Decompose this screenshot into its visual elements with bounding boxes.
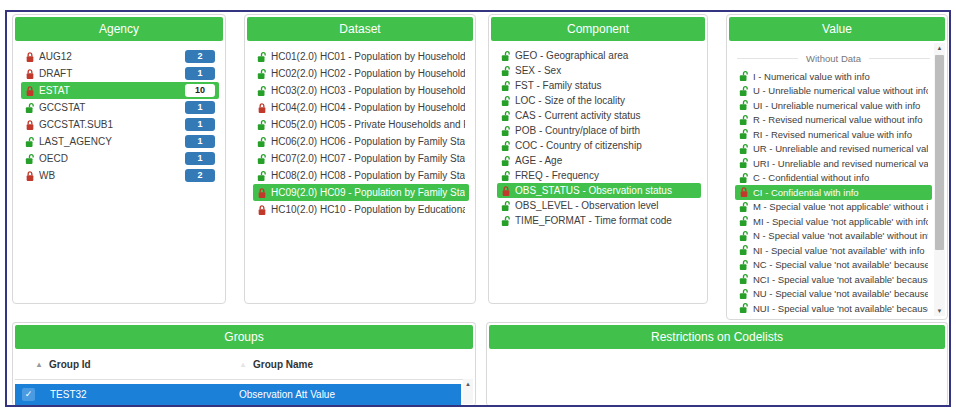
item-label: I - Numerical value with info xyxy=(753,71,928,82)
list-item[interactable]: NI - Special value 'not available' with … xyxy=(735,243,932,258)
list-item[interactable]: NCI - Special value 'not available' beca… xyxy=(735,272,932,287)
item-label: OECD xyxy=(39,153,185,164)
count-badge: 1 xyxy=(185,135,215,148)
item-label: SEX - Sex xyxy=(515,65,697,76)
list-item[interactable]: FREQ - Frequency xyxy=(497,168,701,183)
lock-icon xyxy=(501,95,511,107)
list-item[interactable]: AGE - Age xyxy=(497,153,701,168)
list-item[interactable]: GCCSTAT 1 xyxy=(21,99,219,116)
lock-icon xyxy=(257,85,267,97)
list-item[interactable]: TIME_FORMAT - Time format code xyxy=(497,213,701,228)
list-item[interactable]: AUG12 2 xyxy=(21,48,219,65)
list-item[interactable]: HC08(2.0) HC08 - Population by Family St… xyxy=(253,167,469,184)
lock-icon xyxy=(501,185,511,197)
item-label: HC04(2.0) HC04 - Population by Household… xyxy=(271,102,465,113)
item-label: M - Special value 'not applicable' witho… xyxy=(753,201,928,212)
lock-icon xyxy=(739,114,749,126)
list-item[interactable]: HC10(2.0) HC10 - Population by Education… xyxy=(253,201,469,218)
list-item[interactable]: R - Revised numerical value without info xyxy=(735,113,932,128)
list-item[interactable]: HC04(2.0) HC04 - Population by Household… xyxy=(253,99,469,116)
item-label: DRAFT xyxy=(39,68,185,79)
item-label: HC06(2.0) HC06 - Population by Family St… xyxy=(271,136,465,147)
lock-icon xyxy=(257,51,267,63)
scroll-up-icon[interactable]: ▲ xyxy=(934,43,945,53)
count-badge: 2 xyxy=(185,50,215,63)
list-item[interactable]: I - Numerical value with info xyxy=(735,69,932,84)
lock-icon xyxy=(257,102,267,114)
lock-icon xyxy=(739,201,749,213)
count-badge: 1 xyxy=(185,67,215,80)
lock-icon xyxy=(257,136,267,148)
value-scrollbar[interactable]: ▲ ▼ xyxy=(934,43,945,316)
lock-icon xyxy=(257,153,267,165)
list-item[interactable]: HC02(2.0) HC02 - Population by Household… xyxy=(253,65,469,82)
agency-panel: Agency AUG12 2 DRAFT 1 ESTAT 10 GCCSTAT … xyxy=(12,14,226,304)
list-item[interactable]: WB 2 xyxy=(21,167,219,184)
list-item[interactable]: N - Special value 'not available' withou… xyxy=(735,229,932,244)
list-item[interactable]: COC - Country of citizenship xyxy=(497,138,701,153)
column-header-group-id[interactable]: Group Id xyxy=(49,359,91,370)
lock-icon xyxy=(25,170,35,182)
lock-icon xyxy=(501,80,511,92)
list-item[interactable]: HC06(2.0) HC06 - Population by Family St… xyxy=(253,133,469,150)
scrollbar-thumb[interactable] xyxy=(935,55,944,250)
item-label: U - Unreliable numerical value without i… xyxy=(753,85,928,96)
lock-icon xyxy=(25,68,35,80)
list-item[interactable]: GEO - Geographical area xyxy=(497,48,701,63)
list-item[interactable]: MI - Special value 'not applicable' with… xyxy=(735,214,932,229)
row-checkbox[interactable]: ✓ xyxy=(22,388,35,401)
scroll-down-icon[interactable]: ▼ xyxy=(934,306,945,316)
column-header-group-name[interactable]: Group Name xyxy=(253,359,313,370)
list-item[interactable]: OBS_LEVEL - Observation level xyxy=(497,198,701,213)
item-label: ESTAT xyxy=(39,85,185,96)
item-label: CI - Confidential with info xyxy=(753,187,928,198)
item-label: GCCSTAT.SUB1 xyxy=(39,119,185,130)
app-window: Agency AUG12 2 DRAFT 1 ESTAT 10 GCCSTAT … xyxy=(0,0,956,413)
list-item[interactable]: URI - Unreliable and revised numerical v… xyxy=(735,156,932,171)
sort-icon[interactable]: ▴ xyxy=(241,360,245,369)
lock-icon xyxy=(739,215,749,227)
list-item[interactable]: UI - Unreliable numerical value with inf… xyxy=(735,98,932,113)
list-item[interactable]: DRAFT 1 xyxy=(21,65,219,82)
lock-icon xyxy=(739,157,749,169)
sort-asc-icon[interactable]: ▴ xyxy=(37,360,41,369)
list-item[interactable]: U - Unreliable numerical value without i… xyxy=(735,84,932,99)
list-item[interactable]: LAST_AGENCY 1 xyxy=(21,133,219,150)
list-item[interactable]: NU - Special value 'not available' becau… xyxy=(735,287,932,302)
list-item[interactable]: CAS - Current activity status xyxy=(497,108,701,123)
lock-icon xyxy=(501,125,511,137)
scroll-up-icon[interactable]: ▲ xyxy=(463,379,473,389)
list-item[interactable]: SEX - Sex xyxy=(497,63,701,78)
list-item[interactable]: CI - Confidential with info xyxy=(735,185,932,200)
item-label: HC10(2.0) HC10 - Population by Education… xyxy=(271,204,465,215)
list-item[interactable]: NC - Special value 'not available' becau… xyxy=(735,258,932,273)
list-item[interactable]: FST - Family status xyxy=(497,78,701,93)
item-label: UR - Unreliable and revised numerical va… xyxy=(753,143,928,154)
list-item[interactable]: HC07(2.0) HC07 - Population by Family St… xyxy=(253,150,469,167)
list-item[interactable]: RI - Revised numerical value with info xyxy=(735,127,932,142)
lock-icon xyxy=(257,68,267,80)
list-item[interactable]: NUI - Special value 'not available' beca… xyxy=(735,301,932,316)
list-item[interactable]: UR - Unreliable and revised numerical va… xyxy=(735,142,932,157)
item-label: HC03(2.0) HC03 - Population by Household… xyxy=(271,85,465,96)
lock-icon xyxy=(257,187,267,199)
list-item[interactable]: LOC - Size of the locality xyxy=(497,93,701,108)
lock-icon xyxy=(25,119,35,131)
list-item[interactable]: HC01(2.0) HC01 - Population by Household… xyxy=(253,48,469,65)
table-row[interactable]: ✓ TEST32 Observation Att Value xyxy=(15,384,461,405)
list-item[interactable]: M - Special value 'not applicable' witho… xyxy=(735,200,932,215)
restrictions-panel: Restrictions on Codelists xyxy=(486,322,948,406)
list-item[interactable]: HC09(2.0) HC09 - Population by Family St… xyxy=(253,184,469,201)
list-item[interactable]: OECD 1 xyxy=(21,150,219,167)
list-item[interactable]: ESTAT 10 xyxy=(21,82,219,99)
list-item[interactable]: POB - Country/place of birth xyxy=(497,123,701,138)
list-item[interactable]: C - Confidential without info xyxy=(735,171,932,186)
list-item[interactable]: HC03(2.0) HC03 - Population by Household… xyxy=(253,82,469,99)
groups-scrollbar[interactable]: ▲ xyxy=(463,379,473,404)
list-item[interactable]: OBS_STATUS - Observation status xyxy=(497,183,701,198)
list-item[interactable]: GCCSTAT.SUB1 1 xyxy=(21,116,219,133)
list-item[interactable]: HC05(2.0) HC05 - Private Households and … xyxy=(253,116,469,133)
item-label: GEO - Geographical area xyxy=(515,50,697,61)
dataset-list: HC01(2.0) HC01 - Population by Household… xyxy=(245,43,475,218)
lock-icon xyxy=(739,70,749,82)
